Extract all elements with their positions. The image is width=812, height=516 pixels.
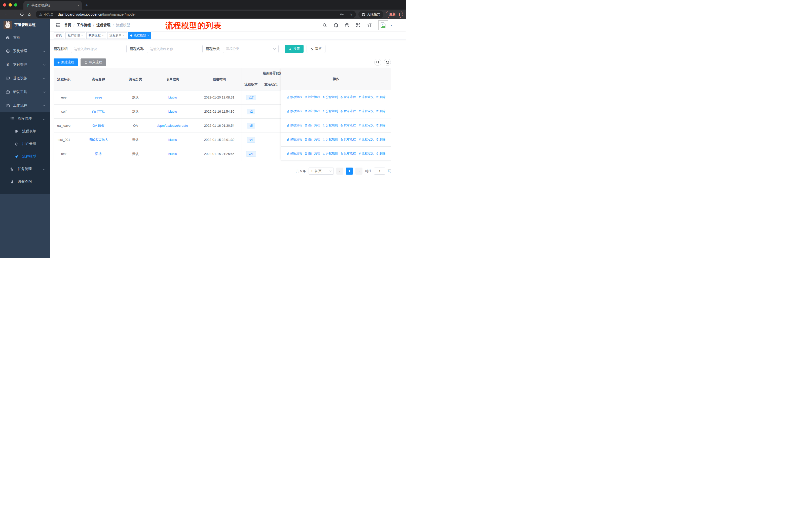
search-button[interactable]: 搜索 xyxy=(285,45,303,53)
close-icon[interactable]: × xyxy=(123,34,124,37)
refresh-table-button[interactable] xyxy=(384,59,391,66)
breadcrumb-process-manage[interactable]: 流程管理 xyxy=(96,23,111,27)
tag-home[interactable]: 首页 xyxy=(54,32,64,39)
breadcrumb-workflow[interactable]: 工作流程 xyxy=(77,23,91,27)
back-icon[interactable]: ← xyxy=(3,12,10,17)
sidebar-item-leave-query[interactable]: 请假查询 xyxy=(0,175,50,188)
process-name-link[interactable]: eeee xyxy=(95,96,102,99)
sidebar-item-home[interactable]: 首页 xyxy=(0,31,50,44)
version-badge[interactable]: v5 xyxy=(247,123,255,129)
browser-tab[interactable]: 芋道管理系统 × xyxy=(23,1,82,9)
breadcrumb-home[interactable]: 首页 xyxy=(64,23,71,27)
publish-process-link[interactable]: 发布流程 xyxy=(340,95,356,99)
search-icon[interactable] xyxy=(322,23,327,27)
new-tab-button[interactable]: + xyxy=(85,2,88,8)
chrome-update-button[interactable]: 更新 ⋮ xyxy=(386,11,403,18)
prev-page-button[interactable]: ‹ xyxy=(336,167,343,174)
help-icon[interactable] xyxy=(345,23,349,27)
design-process-link[interactable]: 设计流程 xyxy=(304,95,320,99)
zoom-window-button[interactable] xyxy=(14,3,18,6)
process-name-link[interactable]: 滔博 xyxy=(95,152,102,156)
home-icon[interactable]: ⌂ xyxy=(26,12,33,17)
minimize-window-button[interactable] xyxy=(8,3,12,6)
process-name-link[interactable]: 测试多审批人 xyxy=(89,138,108,142)
form-info-link[interactable]: biubiu xyxy=(168,138,177,142)
edit-process-link[interactable]: 修改流程 xyxy=(287,137,302,142)
form-info-link[interactable]: biubiu xyxy=(168,96,177,99)
process-definition-link[interactable]: 流程定义 xyxy=(358,95,374,99)
delete-link[interactable]: 删除 xyxy=(376,137,386,142)
current-page-button[interactable]: 1 xyxy=(346,167,353,174)
version-badge[interactable]: v17 xyxy=(246,95,256,100)
edit-process-link[interactable]: 修改流程 xyxy=(287,123,302,128)
process-definition-link[interactable]: 流程定义 xyxy=(358,109,374,113)
close-icon[interactable]: × xyxy=(81,34,83,37)
version-badge[interactable]: v4 xyxy=(247,137,255,143)
close-window-button[interactable] xyxy=(3,3,6,6)
design-process-link[interactable]: 设计流程 xyxy=(304,152,320,156)
sidebar-item-process-model[interactable]: 流程模型 xyxy=(0,150,50,163)
tab-close-icon[interactable]: × xyxy=(77,3,79,7)
page-size-select[interactable]: 10条/页 xyxy=(309,167,334,174)
assign-rule-link[interactable]: 分配规则 xyxy=(322,123,338,128)
edit-process-link[interactable]: 修改流程 xyxy=(287,95,302,99)
toggle-search-button[interactable] xyxy=(374,59,381,66)
tag-process-form[interactable]: 流程表单× xyxy=(107,32,127,39)
assign-rule-link[interactable]: 分配规则 xyxy=(322,152,338,156)
form-info-link[interactable]: biubiu xyxy=(168,110,177,113)
sidebar-item-task-manage[interactable]: 任务管理 xyxy=(0,163,50,175)
edit-process-link[interactable]: 修改流程 xyxy=(287,109,302,113)
form-info-link[interactable]: biubiu xyxy=(168,152,177,156)
process-name-link[interactable]: 自己审批 xyxy=(92,110,105,113)
publish-process-link[interactable]: 发布流程 xyxy=(340,152,356,156)
process-definition-link[interactable]: 流程定义 xyxy=(358,123,374,128)
reset-button[interactable]: 重置 xyxy=(307,45,325,53)
sidebar-item-workflow[interactable]: 工作流程 xyxy=(0,99,50,112)
delete-link[interactable]: 删除 xyxy=(376,95,386,99)
sidebar-item-payment[interactable]: ¥ 支付管理 xyxy=(0,58,50,72)
assign-rule-link[interactable]: 分配规则 xyxy=(322,137,338,142)
github-icon[interactable] xyxy=(334,23,338,28)
sidebar-item-user-group[interactable]: 用户分组 xyxy=(0,138,50,150)
edit-process-link[interactable]: 修改流程 xyxy=(287,152,302,156)
delete-link[interactable]: 删除 xyxy=(376,123,386,128)
publish-process-link[interactable]: 发布流程 xyxy=(340,123,356,128)
assign-rule-link[interactable]: 分配规则 xyxy=(322,109,338,113)
filter-name-input[interactable] xyxy=(147,45,203,53)
design-process-link[interactable]: 设计流程 xyxy=(304,109,320,113)
fullscreen-icon[interactable] xyxy=(356,23,360,27)
not-secure-badge[interactable]: ⚠ 不安全 xyxy=(39,12,54,17)
create-process-button[interactable]: +新建流程 xyxy=(54,58,78,66)
import-process-button[interactable]: 导入流程 xyxy=(81,58,106,66)
sidebar-item-process-form[interactable]: 流程表单 xyxy=(0,125,50,138)
font-size-icon[interactable] xyxy=(367,23,372,28)
sidebar-item-infra[interactable]: 基础设施 xyxy=(0,72,50,85)
assign-rule-link[interactable]: 分配规则 xyxy=(322,95,338,99)
forward-icon[interactable]: → xyxy=(10,12,18,17)
address-bar[interactable]: ⚠ 不安全 dashboard.yudao.iocoder.cn/bpm/man… xyxy=(36,10,356,18)
filter-category-select[interactable]: 流程分类 xyxy=(223,45,279,53)
bookmark-star-icon[interactable]: ☆ xyxy=(347,12,354,17)
sidebar-item-system[interactable]: 系统管理 xyxy=(0,44,50,58)
next-page-button[interactable]: › xyxy=(355,167,362,174)
tag-process-model[interactable]: 流程模型× xyxy=(128,32,151,39)
version-badge[interactable]: v2 xyxy=(247,109,255,114)
tag-tenant[interactable]: 租户管理× xyxy=(65,32,85,39)
close-icon[interactable]: × xyxy=(102,34,104,37)
filter-key-input[interactable] xyxy=(71,45,126,53)
tag-my-process[interactable]: 我的流程× xyxy=(86,32,106,39)
sidebar-item-process-manage[interactable]: 流程管理 xyxy=(0,112,50,125)
browser-menu-icon[interactable]: ⋮ xyxy=(398,12,401,17)
hamburger-icon[interactable] xyxy=(53,23,62,28)
publish-process-link[interactable]: 发布流程 xyxy=(340,137,356,142)
avatar[interactable] xyxy=(378,20,388,30)
goto-page-input[interactable]: 1 xyxy=(374,167,385,174)
form-info-link[interactable]: /bpm/oa/leave/create xyxy=(157,124,188,128)
avatar-caret-icon[interactable]: ▾ xyxy=(390,24,392,27)
key-icon[interactable] xyxy=(338,12,345,17)
delete-link[interactable]: 删除 xyxy=(376,152,386,156)
close-icon[interactable]: × xyxy=(147,34,149,37)
delete-link[interactable]: 删除 xyxy=(376,109,386,113)
process-definition-link[interactable]: 流程定义 xyxy=(358,137,374,142)
sidebar-item-devtools[interactable]: 研发工具 xyxy=(0,85,50,99)
